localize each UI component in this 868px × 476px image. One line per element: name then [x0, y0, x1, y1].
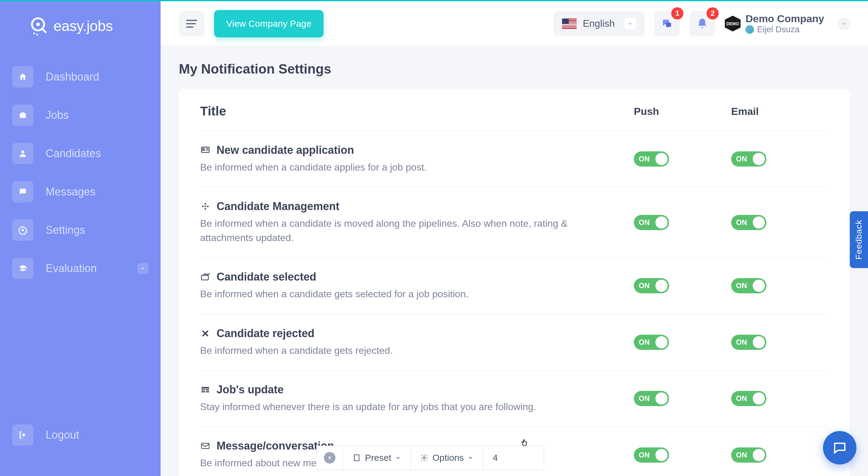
toggle-label: ON	[736, 451, 747, 459]
settings-panel: Title Push Email New candidate applicati…	[179, 89, 850, 476]
sidebar-item-messages[interactable]: Messages	[12, 173, 148, 211]
selected-icon	[200, 272, 211, 282]
svg-rect-19	[206, 391, 209, 392]
chevron-down-icon	[396, 455, 401, 460]
toggle-knob	[655, 280, 668, 292]
sidebar-item-dashboard[interactable]: Dashboard	[12, 58, 148, 96]
notification-title: New candidate application	[217, 144, 354, 157]
toolbar-close-button[interactable]	[317, 446, 343, 470]
toggle-knob	[753, 280, 765, 292]
notification-row: Candidate Management Be informed when a …	[200, 187, 829, 258]
notification-title: Candidate selected	[217, 271, 316, 283]
page-indicator[interactable]: 4	[483, 446, 544, 469]
push-toggle[interactable]: ON	[634, 391, 669, 406]
notifications-button[interactable]: 2	[689, 11, 715, 36]
chat-widget-button[interactable]	[823, 431, 857, 465]
email-toggle[interactable]: ON	[731, 278, 767, 293]
notification-row: Candidate rejected Be informed when a ca…	[200, 314, 829, 371]
svg-line-2	[42, 29, 45, 32]
chevron-down-icon	[468, 455, 473, 460]
svg-point-3	[33, 33, 35, 34]
notification-desc: Stay informed whenever there is an updat…	[200, 400, 622, 414]
bell-icon	[696, 18, 708, 30]
management-icon	[200, 201, 211, 212]
svg-rect-14	[202, 275, 209, 280]
sidebar-item-label: Evaluation	[45, 262, 97, 275]
logout-button[interactable]: Logout	[12, 424, 148, 446]
sidebar-item-label: Jobs	[45, 109, 69, 122]
options-label: Options	[432, 453, 464, 463]
language-selector[interactable]: English	[554, 11, 645, 36]
sidebar-item-evaluation[interactable]: Evaluation	[12, 249, 148, 288]
email-toggle[interactable]: ON	[731, 215, 767, 230]
svg-point-6	[22, 229, 24, 231]
view-company-button[interactable]: View Company Page	[214, 10, 323, 37]
sidebar-item-candidates[interactable]: Candidates	[12, 134, 148, 173]
toggle-label: ON	[736, 394, 747, 403]
svg-point-8	[203, 148, 204, 150]
email-toggle[interactable]: ON	[731, 447, 767, 463]
toggle-knob	[655, 216, 668, 229]
company-selector[interactable]: DEMO Demo Company Eijel Dsuza	[725, 13, 850, 34]
notification-row: Candidate selected Be informed when a ca…	[200, 258, 829, 314]
chevron-down-icon	[624, 18, 636, 30]
toggle-label: ON	[736, 218, 747, 227]
email-toggle[interactable]: ON	[731, 335, 767, 350]
company-name: Demo Company	[745, 13, 824, 25]
panel-header: Title Push Email	[200, 104, 829, 131]
messages-button[interactable]: 1	[654, 11, 680, 36]
email-toggle[interactable]: ON	[731, 151, 767, 166]
svg-point-5	[21, 151, 24, 154]
chevron-down-icon	[137, 263, 148, 274]
svg-rect-18	[202, 391, 205, 392]
notification-desc: Be informed when a candidate gets select…	[200, 287, 622, 301]
push-toggle[interactable]: ON	[634, 215, 669, 230]
content: My Notification Settings Title Push Emai…	[161, 46, 868, 476]
column-title-header: Title	[200, 104, 634, 119]
logout-icon	[12, 424, 33, 446]
toggle-label: ON	[736, 155, 747, 163]
logo-icon	[27, 15, 49, 36]
svg-point-4	[36, 34, 38, 36]
sidebar-item-label: Settings	[45, 224, 85, 236]
top-accent-bar	[0, 0, 868, 1]
menu-toggle-button[interactable]	[179, 11, 205, 36]
svg-rect-17	[206, 389, 209, 390]
view-company-label: View Company Page	[226, 19, 311, 29]
toggle-knob	[655, 449, 668, 461]
push-toggle[interactable]: ON	[634, 151, 669, 166]
sidebar-item-settings[interactable]: Settings	[12, 211, 148, 249]
feedback-label: Feedback	[854, 220, 863, 260]
toggle-knob	[753, 153, 765, 165]
bottom-toolbar: Preset Options 4	[316, 446, 544, 470]
push-toggle[interactable]: ON	[634, 278, 669, 293]
graduation-icon	[12, 258, 33, 279]
push-toggle[interactable]: ON	[634, 335, 669, 350]
toggle-label: ON	[736, 282, 747, 290]
notification-desc: Be informed when a candidate applies for…	[200, 160, 622, 174]
preset-icon	[353, 454, 361, 462]
svg-rect-11	[207, 206, 209, 207]
sidebar-item-jobs[interactable]: Jobs	[12, 96, 148, 134]
message-icon	[200, 441, 211, 451]
hamburger-icon	[186, 20, 197, 28]
options-dropdown[interactable]: Options	[411, 446, 483, 469]
svg-rect-9	[205, 203, 206, 205]
svg-rect-13	[205, 206, 206, 207]
push-toggle[interactable]: ON	[634, 447, 669, 463]
column-push-header: Push	[634, 105, 731, 117]
nav-list: Dashboard Jobs Candidates Messages Setti…	[0, 52, 161, 294]
sidebar-item-label: Dashboard	[45, 70, 99, 83]
notification-title: Candidate Management	[217, 200, 339, 213]
feedback-tab[interactable]: Feedback	[850, 211, 868, 268]
user-icon	[12, 143, 33, 164]
toggle-knob	[655, 392, 668, 405]
messages-badge: 1	[671, 7, 683, 20]
preset-dropdown[interactable]: Preset	[343, 446, 411, 469]
email-toggle[interactable]: ON	[731, 391, 767, 406]
topbar: View Company Page English 1 2 DEMO Demo …	[161, 1, 868, 46]
toggle-label: ON	[639, 218, 650, 227]
brand-name: easy.jobs	[54, 18, 113, 34]
column-email-header: Email	[731, 105, 829, 117]
brand-logo[interactable]: easy.jobs	[0, 9, 161, 52]
